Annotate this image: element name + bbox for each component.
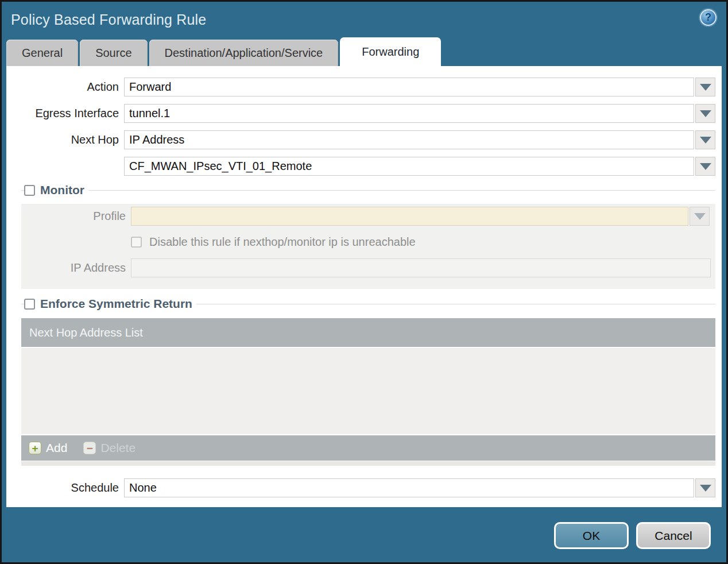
enforce-symmetric-return-checkbox[interactable] <box>24 299 35 310</box>
action-label: Action <box>6 80 119 94</box>
enforce-symmetric-return-label: Enforce Symmetric Return <box>35 297 196 311</box>
profile-dropdown <box>131 207 710 226</box>
enforce-symmetric-return-legend: Enforce Symmetric Return <box>21 297 715 311</box>
chevron-down-icon <box>700 137 711 144</box>
plus-icon: + <box>29 442 41 454</box>
policy-based-forwarding-dialog: Policy Based Forwarding Rule ? General S… <box>0 0 728 564</box>
action-dropdown: Forward <box>124 78 715 96</box>
monitor-legend: Monitor <box>21 183 715 197</box>
minus-icon: − <box>83 442 96 454</box>
monitor-ip-address-row: IP Address <box>21 258 715 277</box>
next-hop-label: Next Hop <box>6 133 119 146</box>
profile-dropdown-button <box>690 207 710 226</box>
monitor-ip-address-label: IP Address <box>21 261 126 275</box>
next-hop-row: Next Hop IP Address <box>6 130 722 149</box>
schedule-dropdown-button[interactable] <box>695 478 715 497</box>
help-icon[interactable]: ? <box>700 9 717 26</box>
add-button[interactable]: + Add <box>29 441 67 455</box>
action-value[interactable]: Forward <box>124 78 694 96</box>
tab-bar: General Source Destination/Application/S… <box>2 37 726 66</box>
profile-value <box>131 207 688 226</box>
disable-rule-checkbox <box>131 237 142 248</box>
monitor-ip-address-field <box>131 258 711 277</box>
tab-destination-application-service[interactable]: Destination/Application/Service <box>149 40 339 66</box>
action-dropdown-button[interactable] <box>695 78 715 96</box>
add-button-label: Add <box>46 441 67 455</box>
ok-button[interactable]: OK <box>554 522 629 549</box>
disable-rule-label: Disable this rule if nexthop/monitor ip … <box>149 235 416 249</box>
table-bottom-strip <box>21 461 715 466</box>
next-hop-address-list-toolbar: + Add − Delete <box>21 435 715 461</box>
profile-label: Profile <box>21 210 126 223</box>
chevron-down-icon <box>700 110 711 117</box>
dialog-footer: OK Cancel <box>2 507 726 549</box>
egress-interface-label: Egress Interface <box>6 107 119 120</box>
schedule-value[interactable]: None <box>124 478 694 497</box>
delete-button-label: Delete <box>100 441 135 455</box>
disable-rule-row: Disable this rule if nexthop/monitor ip … <box>131 235 715 249</box>
egress-interface-value[interactable]: tunnel.1 <box>124 104 694 123</box>
next-hop-address-row: CF_MWAN_IPsec_VTI_01_Remote <box>6 157 722 176</box>
forwarding-tab-panel: Action Forward Egress Interface tunnel.1… <box>6 66 722 507</box>
chevron-down-icon <box>694 213 706 220</box>
monitor-checkbox[interactable] <box>24 185 35 196</box>
next-hop-value[interactable]: IP Address <box>124 130 694 149</box>
egress-interface-dropdown: tunnel.1 <box>124 104 715 123</box>
egress-interface-row: Egress Interface tunnel.1 <box>6 104 722 123</box>
tab-general[interactable]: General <box>6 40 78 66</box>
monitor-section: Monitor Profile Disable t <box>21 183 715 289</box>
monitor-panel: Profile Disable this rule if nexthop/mon… <box>21 204 715 289</box>
tab-forwarding[interactable]: Forwarding <box>340 37 441 66</box>
tab-source[interactable]: Source <box>80 40 147 66</box>
delete-button: − Delete <box>83 441 135 455</box>
enforce-symmetric-return-section: Enforce Symmetric Return Next Hop Addres… <box>21 297 715 466</box>
profile-row: Profile <box>21 207 715 226</box>
egress-interface-dropdown-button[interactable] <box>695 104 715 123</box>
schedule-dropdown: None <box>124 478 715 497</box>
next-hop-address-list-table: Next Hop Address List + Add − Delete <box>21 318 715 466</box>
action-row: Action Forward <box>6 78 722 96</box>
next-hop-dropdown: IP Address <box>124 130 715 149</box>
schedule-label: Schedule <box>6 481 119 495</box>
chevron-down-icon <box>700 163 711 170</box>
next-hop-address-value[interactable]: CF_MWAN_IPsec_VTI_01_Remote <box>124 157 694 176</box>
monitor-section-label: Monitor <box>35 183 88 197</box>
next-hop-address-dropdown: CF_MWAN_IPsec_VTI_01_Remote <box>124 157 715 176</box>
next-hop-dropdown-button[interactable] <box>695 130 715 149</box>
dialog-titlebar: Policy Based Forwarding Rule ? <box>2 2 726 37</box>
next-hop-address-list-header: Next Hop Address List <box>21 318 715 347</box>
next-hop-address-dropdown-button[interactable] <box>695 157 715 176</box>
chevron-down-icon <box>700 485 711 492</box>
chevron-down-icon <box>700 84 711 91</box>
schedule-row: Schedule None <box>6 478 722 497</box>
dialog-title: Policy Based Forwarding Rule <box>11 11 206 28</box>
next-hop-address-list-body[interactable] <box>21 348 715 434</box>
cancel-button[interactable]: Cancel <box>636 522 711 549</box>
